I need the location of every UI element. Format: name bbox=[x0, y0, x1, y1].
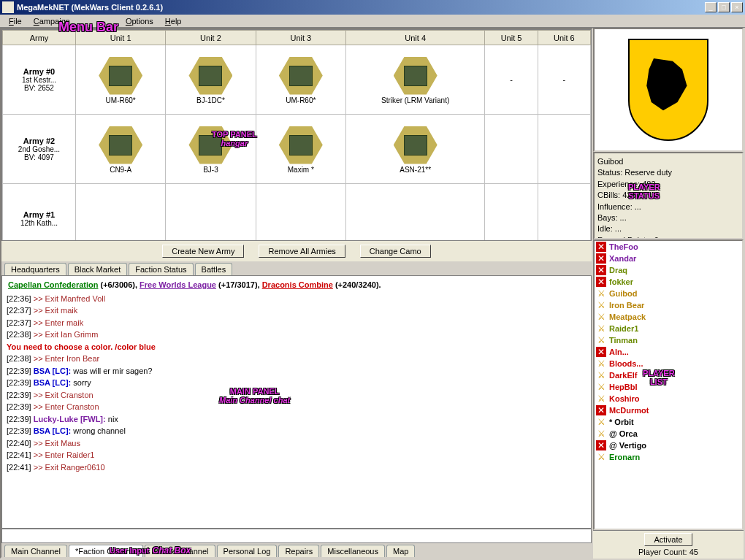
change-camo-button[interactable]: Change Camo bbox=[360, 245, 431, 258]
menubar: FileCampaignOptionsHelp bbox=[0, 15, 745, 28]
column-header[interactable]: Unit 3 bbox=[256, 31, 345, 45]
chat-line: [22:36] >> Exit Manfred Voll bbox=[7, 293, 587, 305]
chat-line: [22:39] BSA [LC]: wrong channel bbox=[7, 425, 587, 437]
sword-icon: ⚔ bbox=[596, 382, 606, 392]
unit-hex-icon bbox=[394, 57, 438, 95]
sword-icon: ✕ bbox=[596, 265, 606, 275]
sword-icon: ⚔ bbox=[596, 335, 606, 345]
unit-cell[interactable]: BJ-1DC* bbox=[166, 45, 256, 115]
player-row[interactable]: ⚔Guibod bbox=[595, 288, 742, 299]
column-header[interactable]: Unit 2 bbox=[166, 31, 256, 45]
sword-icon: ⚔ bbox=[596, 452, 606, 462]
unit-cell[interactable] bbox=[485, 184, 538, 242]
close-button[interactable]: × bbox=[731, 2, 743, 12]
player-row[interactable]: ⚔Raider1 bbox=[595, 323, 742, 334]
tab-repairs[interactable]: Repairs bbox=[278, 545, 319, 557]
player-row[interactable]: ✕@ Vertigo bbox=[595, 440, 742, 451]
player-row[interactable]: ✕fokker bbox=[595, 276, 742, 288]
army-label[interactable]: Army #112th Kath... bbox=[3, 184, 76, 242]
army-label[interactable]: Army #01st Kestr...BV: 2652 bbox=[3, 45, 76, 115]
unit-cell[interactable]: UM-R60* bbox=[256, 45, 345, 115]
tab-main-channel[interactable]: Main Channel bbox=[4, 545, 67, 557]
unit-cell[interactable]: Maxim * bbox=[256, 115, 345, 184]
player-row[interactable]: ⚔* Orbit bbox=[595, 416, 742, 428]
remove-armies-button[interactable]: Remove All Armies bbox=[259, 245, 345, 258]
unit-cell[interactable] bbox=[76, 184, 166, 242]
menu-campaign[interactable]: Campaign bbox=[28, 16, 76, 26]
unit-cell[interactable] bbox=[538, 115, 590, 184]
player-name: Bloods... bbox=[609, 359, 643, 368]
unit-cell[interactable]: BJ-3 bbox=[166, 115, 256, 184]
player-row[interactable]: ✕Xandar bbox=[595, 253, 742, 264]
player-row[interactable]: ⚔DarkElf bbox=[595, 369, 742, 381]
player-row[interactable]: ⚔Iron Bear bbox=[595, 299, 742, 311]
chat-input[interactable] bbox=[1, 529, 592, 543]
create-army-button[interactable]: Create New Army bbox=[162, 245, 244, 258]
tab-headquarters[interactable]: Headquarters bbox=[4, 263, 66, 275]
player-list[interactable]: ✕TheFoo✕Xandar✕Draq✕fokker⚔Guibod⚔Iron B… bbox=[593, 239, 744, 530]
chat-line: [22:37] >> Enter maik bbox=[7, 317, 587, 329]
player-row[interactable]: ⚔Eronarn bbox=[595, 451, 742, 463]
faction-link[interactable]: Draconis Combine bbox=[262, 280, 333, 289]
maximize-button[interactable]: □ bbox=[718, 2, 730, 12]
minimize-button[interactable]: _ bbox=[705, 2, 717, 12]
column-header[interactable]: Unit 6 bbox=[538, 31, 590, 45]
tab--faction-channel[interactable]: *Faction Channel bbox=[69, 545, 143, 557]
player-row[interactable]: ⚔@ Orca bbox=[595, 428, 742, 440]
tab-personal-log[interactable]: Personal Log bbox=[217, 545, 278, 557]
unit-cell[interactable]: UM-R60* bbox=[76, 45, 166, 115]
player-name: @ Orca bbox=[609, 429, 638, 438]
unit-cell[interactable]: ASN-21** bbox=[345, 115, 484, 184]
menu-options[interactable]: Options bbox=[120, 16, 159, 26]
sword-icon: ⚔ bbox=[596, 429, 606, 439]
status-line: Status: Reserve duty bbox=[597, 167, 739, 178]
column-header[interactable]: Army bbox=[3, 31, 76, 45]
unit-cell[interactable] bbox=[485, 115, 538, 184]
unit-cell[interactable] bbox=[256, 184, 345, 242]
tab-private-channel[interactable]: Private Channel bbox=[145, 545, 215, 557]
menu-help[interactable]: Help bbox=[159, 16, 188, 26]
tab-black-market[interactable]: Black Market bbox=[68, 263, 128, 275]
column-header[interactable]: Unit 5 bbox=[485, 31, 538, 45]
column-header[interactable]: Unit 4 bbox=[345, 31, 484, 45]
chat-area[interactable]: Capellan Confederation (+6/3006), Free W… bbox=[1, 275, 592, 529]
unit-cell[interactable]: - bbox=[485, 45, 538, 115]
faction-link[interactable]: Free Worlds League bbox=[140, 280, 216, 289]
sword-icon: ✕ bbox=[596, 405, 606, 415]
chat-line: [22:37] >> Exit maik bbox=[7, 304, 587, 317]
player-row[interactable]: ✕TheFoo bbox=[595, 241, 742, 253]
column-header[interactable]: Unit 1 bbox=[76, 31, 166, 45]
unit-cell[interactable]: - bbox=[538, 45, 590, 115]
tab-miscellaneous[interactable]: Miscellaneous bbox=[321, 545, 385, 557]
tab-faction-status[interactable]: Faction Status bbox=[129, 263, 193, 275]
unit-cell[interactable]: Striker (LRM Variant) bbox=[345, 45, 484, 115]
player-row[interactable]: ✕McDurmot bbox=[595, 404, 742, 416]
unit-hex-icon bbox=[99, 126, 142, 164]
faction-link: (+6/3006), bbox=[98, 280, 140, 289]
player-name: Raider1 bbox=[609, 324, 638, 333]
player-row[interactable]: ⚔HepBbI bbox=[595, 381, 742, 393]
player-name: McDurmot bbox=[609, 406, 649, 415]
sword-icon: ✕ bbox=[596, 277, 606, 287]
player-row[interactable]: ✕Aln... bbox=[595, 346, 742, 358]
tab-map[interactable]: Map bbox=[386, 545, 415, 557]
player-row[interactable]: ⚔Tinman bbox=[595, 334, 742, 346]
titlebar: MegaMekNET (MekWars Client 0.2.6.1) _ □ … bbox=[0, 0, 745, 15]
faction-link[interactable]: Capellan Confederation bbox=[8, 280, 98, 289]
army-label[interactable]: Army #22nd Goshe...BV: 4097 bbox=[3, 115, 76, 184]
player-status-panel: Guibod Status: Reserve dutyExperience: 4… bbox=[593, 152, 744, 239]
tab-battles[interactable]: Battles bbox=[195, 263, 233, 275]
unit-cell[interactable] bbox=[166, 184, 256, 242]
player-row[interactable]: ⚔Meatpack bbox=[595, 311, 742, 323]
activate-button[interactable]: Activate bbox=[644, 533, 692, 546]
status-line: Bays: ... bbox=[597, 212, 739, 223]
player-row[interactable]: ⚔Bloods... bbox=[595, 358, 742, 369]
unit-cell[interactable] bbox=[538, 184, 590, 242]
player-row[interactable]: ⚔Koshiro bbox=[595, 393, 742, 404]
player-row[interactable]: ✕Draq bbox=[595, 264, 742, 276]
unit-cell[interactable] bbox=[345, 184, 484, 242]
unit-cell[interactable]: CN9-A bbox=[76, 115, 166, 184]
player-name: Xandar bbox=[609, 254, 636, 263]
unit-hex-icon bbox=[279, 126, 323, 164]
menu-file[interactable]: File bbox=[3, 16, 28, 26]
